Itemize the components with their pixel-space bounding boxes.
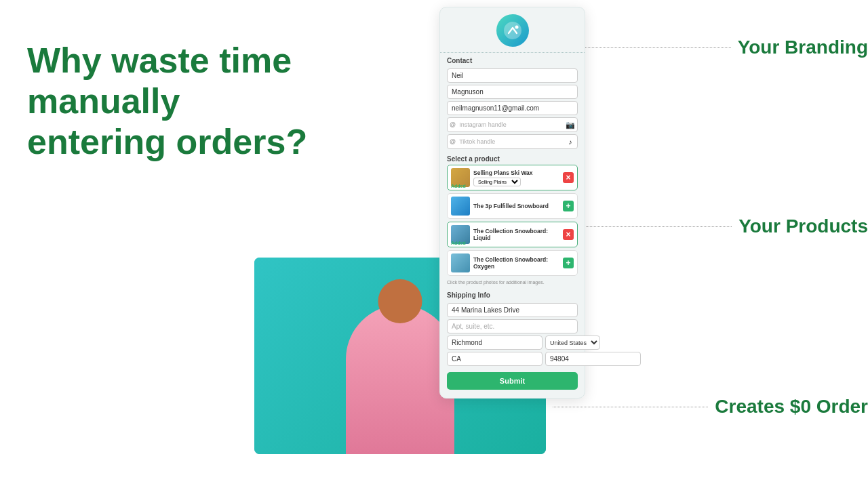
last-name-input[interactable]	[447, 85, 578, 99]
city-input[interactable]	[447, 336, 542, 350]
product-remove-btn-liquid[interactable]: ×	[563, 229, 574, 240]
instagram-at-symbol: @	[448, 121, 458, 128]
product-name-liquid: The Collection Snowboard: Liquid	[473, 228, 559, 241]
product-list: Selling Plans Ski Wax Selling Plains Ski…	[440, 165, 585, 276]
product-remove-btn-wax[interactable]: ×	[563, 172, 574, 183]
headline-block: Why waste time manually entering orders?	[27, 41, 312, 162]
product-added-badge-liquid: Added	[451, 241, 466, 245]
brand-logo	[496, 14, 529, 47]
order-annotation: Creates $0 Order	[553, 396, 868, 418]
shipping-section: United States	[440, 303, 585, 366]
product-item-wax: Selling Plans Ski Wax Selling Plains Ski…	[447, 165, 578, 190]
first-name-input[interactable]	[447, 68, 578, 83]
branding-annotation-line	[585, 47, 731, 48]
zip-input[interactable]	[545, 352, 641, 366]
products-annotation-line	[585, 226, 732, 227]
address-line2-input[interactable]	[447, 319, 578, 333]
product-item-3p: The 3p Fulfilled Snowboard +	[447, 193, 578, 219]
product-add-btn-3p[interactable]: +	[563, 201, 574, 211]
product-name-3p: The 3p Fulfilled Snowboard	[473, 203, 559, 209]
branding-annotation: Your Branding	[585, 37, 868, 58]
product-added-badge-wax: Added	[451, 184, 466, 188]
submit-area: Submit	[440, 368, 585, 390]
headline-text: Why waste time manually entering orders?	[27, 41, 312, 162]
instagram-icon: 📷	[564, 118, 577, 131]
product-thumb-oxygen	[451, 253, 470, 272]
address-line1-input[interactable]	[447, 303, 578, 317]
product-item-liquid: The Collection Snowboard: Liquid × Added	[447, 222, 578, 247]
product-thumb-3p	[451, 197, 470, 216]
product-name-oxygen: The Collection Snowboard: Oxygen	[473, 256, 559, 270]
svg-point-1	[515, 26, 518, 29]
tiktok-icon: ♪	[564, 135, 577, 148]
submit-button[interactable]: Submit	[447, 372, 578, 390]
products-annotation-text: Your Products	[738, 216, 868, 237]
instagram-input[interactable]	[458, 119, 564, 131]
product-name-wax: Selling Plans Ski Wax	[473, 169, 559, 176]
tiktok-at-symbol: @	[448, 138, 458, 145]
select-product-label: Select a product	[440, 151, 585, 165]
instagram-row: @ 📷	[447, 117, 578, 132]
country-select[interactable]: United States	[545, 336, 600, 350]
branding-annotation-text: Your Branding	[738, 37, 868, 58]
product-add-btn-oxygen[interactable]: +	[563, 258, 574, 268]
order-form-card: Contact @ 📷 @ ♪ Select a product Selling…	[439, 7, 585, 399]
shipping-section-label: Shipping Info	[440, 287, 585, 301]
svg-point-0	[504, 22, 521, 39]
order-annotation-text: Creates $0 Order	[715, 396, 868, 418]
state-zip-row	[447, 352, 578, 366]
city-country-row: United States	[447, 336, 578, 350]
logo-area	[440, 7, 585, 53]
product-variant-select-wax[interactable]: Selling Plains Ski Wax	[473, 178, 521, 186]
products-annotation: Your Products	[585, 216, 868, 237]
email-input[interactable]	[447, 101, 578, 115]
product-item-oxygen: The Collection Snowboard: Oxygen +	[447, 250, 578, 276]
tiktok-input[interactable]	[458, 136, 564, 148]
order-annotation-line	[553, 407, 708, 407]
click-photos-hint: Click the product photos for additional …	[440, 279, 585, 287]
state-input[interactable]	[447, 352, 542, 366]
contact-section-label: Contact	[440, 53, 585, 66]
tiktok-row: @ ♪	[447, 134, 578, 149]
